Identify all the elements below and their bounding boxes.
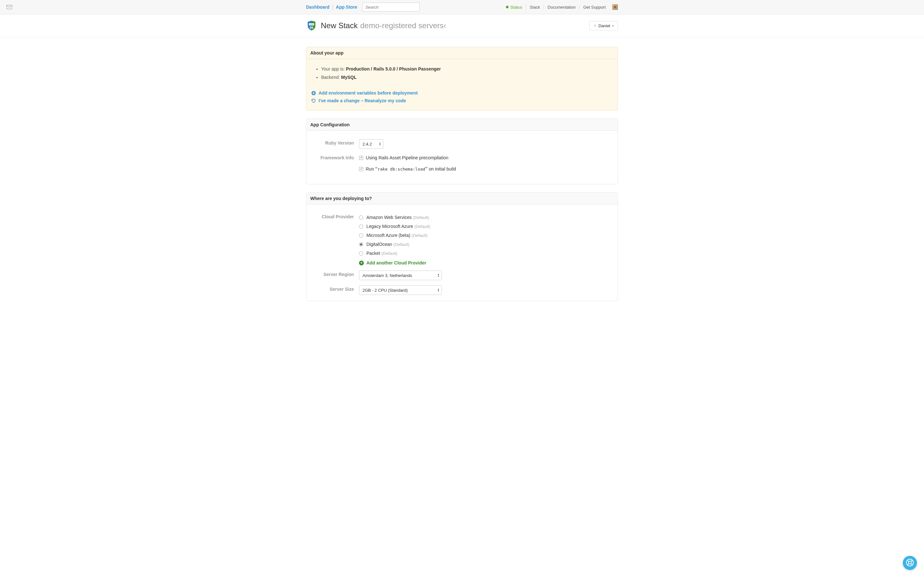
ruby-version-select[interactable]: 2.4.2 ▲▼ (359, 139, 383, 149)
user-dropdown[interactable]: ✳ Daniel ▾ (590, 21, 618, 31)
reanalyze-link[interactable]: I've made a change – Reanalyze my code (311, 97, 613, 105)
nav-dashboard[interactable]: Dashboard (306, 5, 332, 10)
provider-radio[interactable] (359, 215, 363, 219)
framework-info-label: Framework Info (311, 154, 359, 173)
add-provider-label: Add another Cloud Provider (367, 260, 426, 266)
select-arrows-icon: ▲▼ (437, 288, 439, 292)
svg-text:66: 66 (310, 26, 313, 29)
provider-label: Microsoft Azure (beta) (Default) (367, 233, 428, 238)
deploy-heading: Where are you deploying to? (306, 193, 618, 205)
header-band: CLOUD 66 New Stack demo-registered serve… (0, 15, 924, 37)
provider-hint: (Default) (413, 215, 429, 220)
provider-label: Amazon Web Services (Default) (367, 215, 429, 220)
app-config-panel: App Configuration Ruby Version 2.4.2 ▲▼ … (306, 119, 618, 184)
checkbox-schema-load-label: Run “rake db:schema:load” on initial bui… (366, 166, 456, 172)
nav-appstore[interactable]: App Store (333, 5, 360, 10)
server-region-label: Server Region (311, 271, 359, 280)
about-list: Your app is: Production / Rails 5.0.0 / … (311, 65, 613, 81)
ruby-version-value: 2.4.2 (359, 142, 379, 147)
page-title: New Stack demo-registered servers‹ (321, 21, 446, 30)
server-size-label: Server Size (311, 285, 359, 295)
reanalyze-label: I've made a change – Reanalyze my code (318, 98, 406, 103)
status-dot-icon (506, 6, 509, 8)
add-provider-link[interactable]: +Add another Cloud Provider (359, 258, 613, 266)
provider-row: Legacy Microsoft Azure (Default) (359, 222, 613, 231)
about-line-backend: Backend: MySQL (321, 73, 613, 81)
about-line-app: Your app is: Production / Rails 5.0.0 / … (321, 65, 613, 73)
svg-text:CLOUD: CLOUD (309, 24, 314, 25)
server-region-value: Amsterdam 3, Netherlands (359, 273, 419, 278)
nav-slack[interactable]: Slack (527, 5, 543, 10)
provider-row: Microsoft Azure (beta) (Default) (359, 231, 613, 240)
user-dropdown-label: Daniel (598, 23, 610, 28)
server-region-select[interactable]: Amsterdam 3, Netherlands ▲▼ (359, 271, 442, 280)
nav-right: Status | Slack | Documentation | Get Sup… (503, 4, 618, 10)
provider-hint: (Default) (393, 242, 409, 247)
provider-hint: (Default) (412, 233, 428, 238)
provider-label: Legacy Microsoft Azure (Default) (367, 224, 430, 229)
provider-label: Packet (Default) (367, 251, 397, 256)
nav-left: Dashboard | App Store (306, 3, 420, 11)
cloud66-logo-icon: CLOUD 66 (306, 20, 317, 31)
about-panel: About your app Your app is: Production /… (306, 47, 618, 111)
checkbox-schema-load[interactable] (359, 167, 363, 171)
plus-circle-icon: + (359, 261, 364, 266)
checkbox-asset-pipeline-row: Using Rails Asset Pipeline precompilatio… (359, 154, 613, 165)
provider-row: Amazon Web Services (Default) (359, 213, 613, 222)
provider-hint: (Default) (414, 224, 430, 229)
avatar[interactable] (612, 4, 618, 10)
nav-support[interactable]: Get Support (580, 5, 609, 10)
app-config-heading: App Configuration (306, 119, 618, 131)
provider-radio[interactable] (359, 242, 363, 247)
select-arrows-icon: ▲▼ (437, 274, 439, 277)
cloud-provider-label: Cloud Provider (311, 213, 359, 266)
chevron-down-icon: ▾ (612, 24, 614, 27)
provider-row: Packet (Default) (359, 249, 613, 258)
page-title-main: New Stack (321, 21, 358, 30)
server-size-value: 2GB - 2 CPU (Standard) (359, 288, 415, 293)
user-star-icon: ✳ (594, 24, 596, 28)
checkbox-asset-pipeline[interactable] (359, 156, 363, 160)
nav-status[interactable]: Status (503, 5, 525, 10)
plus-circle-icon (311, 91, 316, 95)
page-subtitle: demo-registered servers‹ (360, 21, 446, 30)
select-arrows-icon: ▲▼ (379, 142, 381, 146)
nav-docs[interactable]: Documentation (544, 5, 579, 10)
cloud-provider-field: Amazon Web Services (Default)Legacy Micr… (359, 213, 613, 266)
refresh-icon (311, 98, 316, 103)
provider-hint: (Default) (381, 251, 397, 256)
add-env-vars-link[interactable]: Add environment variables before deploym… (311, 89, 613, 97)
about-heading: About your app (306, 47, 618, 59)
mail-icon[interactable] (6, 5, 12, 9)
checkbox-schema-load-row: Run “rake db:schema:load” on initial bui… (359, 165, 613, 173)
checkbox-asset-pipeline-label: Using Rails Asset Pipeline precompilatio… (366, 155, 449, 160)
search-input[interactable] (363, 3, 420, 11)
provider-row: DigitalOcean (Default) (359, 240, 613, 249)
server-size-select[interactable]: 2GB - 2 CPU (Standard) ▲▼ (359, 285, 442, 295)
add-env-vars-label: Add environment variables before deploym… (318, 90, 418, 95)
provider-radio[interactable] (359, 224, 363, 229)
provider-radio[interactable] (359, 234, 363, 237)
provider-radio[interactable] (359, 251, 363, 255)
status-label: Status (510, 5, 522, 10)
deploy-panel: Where are you deploying to? Cloud Provid… (306, 192, 618, 301)
top-nav: Dashboard | App Store Status | Slack | D… (0, 0, 924, 15)
caret-left-icon: ‹ (444, 21, 446, 30)
provider-label: DigitalOcean (Default) (367, 242, 409, 247)
ruby-version-label: Ruby Version (311, 139, 359, 149)
